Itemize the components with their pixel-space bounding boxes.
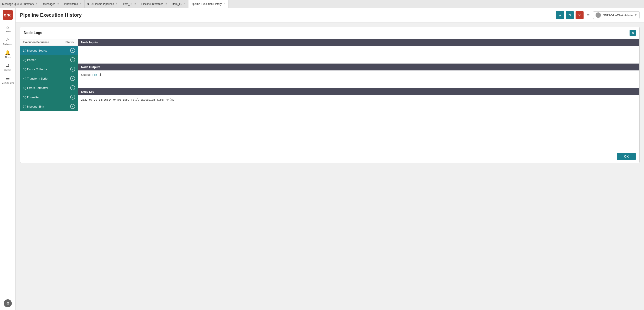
log-section: Node Log 2022-07-29T14:26:14-04:00 INFO …: [78, 88, 639, 150]
tab-tab1[interactable]: Message Queue Summary×: [0, 0, 41, 8]
ok-button[interactable]: OK: [617, 153, 636, 160]
sequence-headers: Execution Sequence Status: [20, 39, 78, 46]
sequence-row-7[interactable]: 7.) Inbound Sink ✓: [20, 102, 78, 111]
panel-footer: OK: [20, 150, 639, 163]
tab-label: Message Queue Summary: [2, 2, 34, 6]
dropdown-arrow-icon: ▼: [634, 14, 637, 17]
tab-close-tab4[interactable]: ×: [115, 2, 118, 6]
menu-button[interactable]: ≡: [585, 12, 592, 19]
download-icon[interactable]: ⬇: [99, 73, 102, 77]
seq-check-7: ✓: [70, 104, 75, 109]
user-name: ONEIValueChainAdmin: [603, 14, 633, 17]
seq-check-1: ✓: [70, 48, 75, 53]
output-file-link[interactable]: File: [92, 73, 97, 76]
node-logs-body: Execution Sequence Status 1.) Inbound So…: [20, 39, 639, 150]
tab-tab7[interactable]: Item_IB×: [170, 0, 188, 8]
main-content: Pipeline Execution History ★ ↻ ✕ ≡ ONEIV…: [16, 8, 644, 310]
refresh-button[interactable]: ↻: [566, 11, 574, 19]
output-row: Output: File ⬇: [81, 73, 636, 77]
seq-label-5: 5.) Errors Formatter: [23, 86, 70, 90]
node-inputs-body: [78, 46, 639, 64]
tab-close-tab2[interactable]: ×: [56, 2, 60, 6]
col-status: Status: [64, 41, 75, 44]
bell-icon: 🔔: [5, 50, 10, 55]
user-avatar: [596, 12, 601, 18]
tab-close-tab3[interactable]: ×: [79, 2, 82, 6]
tab-tab2[interactable]: Messages×: [41, 0, 62, 8]
page-header: Pipeline Execution History ★ ↻ ✕ ≡ ONEIV…: [16, 8, 644, 22]
tab-tab5[interactable]: Item_IB×: [121, 0, 139, 8]
node-log-header: Node Log: [78, 88, 639, 95]
sequence-panel: Execution Sequence Status 1.) Inbound So…: [20, 39, 78, 150]
app-layout: one ⌂ Home ⚠ Problems 🔔 Alerts ⇄ Switch …: [0, 8, 644, 310]
switch-icon: ⇄: [6, 63, 10, 68]
tab-close-tab6[interactable]: ×: [165, 2, 168, 6]
node-inputs-header: Node Inputs: [78, 39, 639, 46]
tab-label: Item_IB: [172, 2, 182, 6]
header-actions: ★ ↻ ✕ ≡ ONEIValueChainAdmin ▼: [556, 11, 640, 19]
tab-tab3[interactable]: inbox/items×: [62, 0, 85, 8]
sidebar-item-home[interactable]: ⌂ Home: [0, 23, 15, 34]
tab-label: Pipeline Interfaces: [141, 2, 163, 6]
col-execution-sequence: Execution Sequence: [23, 41, 64, 44]
seq-label-1: 1.) Inbound Source: [23, 49, 70, 52]
sequence-row-4[interactable]: 4.) Transform Script ✓: [20, 74, 78, 83]
seq-label-4: 4.) Transform Script: [23, 77, 70, 80]
seq-check-3: ✓: [70, 67, 75, 72]
close-page-button[interactable]: ✕: [576, 11, 584, 19]
seq-label-7: 7.) Inbound Sink: [23, 105, 70, 108]
sequence-row-2[interactable]: 2.) Parser ✓: [20, 55, 78, 64]
tab-tab8[interactable]: Pipeline Execution History×: [188, 0, 228, 8]
node-logs-panel: Node Logs ✕ Execution Sequence Status 1.…: [20, 27, 640, 163]
sidebar-label-alerts: Alerts: [5, 56, 11, 58]
sidebar: one ⌂ Home ⚠ Problems 🔔 Alerts ⇄ Switch …: [0, 8, 16, 310]
tab-label: Item_IB: [123, 2, 132, 6]
seq-check-2: ✓: [70, 57, 75, 62]
sidebar-label-home: Home: [5, 30, 11, 33]
node-outputs-header: Node Outputs: [78, 64, 639, 70]
sequence-row-6[interactable]: 6.) Formatter ✓: [20, 92, 78, 102]
seq-check-4: ✓: [70, 76, 75, 81]
page-title: Pipeline Execution History: [20, 12, 553, 18]
seq-label-3: 3.) Errors Collector: [23, 68, 70, 71]
sidebar-item-alerts[interactable]: 🔔 Alerts: [0, 48, 15, 60]
star-button[interactable]: ★: [556, 11, 564, 19]
log-text: 2022-07-29T14:26:14-04:00 INFO Total Exe…: [81, 98, 176, 101]
menu-icon: ☰: [6, 76, 10, 81]
sidebar-label-switch: Switch: [4, 69, 11, 71]
sidebar-item-switch[interactable]: ⇄ Switch: [0, 61, 15, 73]
tab-tab4[interactable]: NEO Plasma Pipelines×: [85, 0, 121, 8]
app-logo[interactable]: one: [3, 10, 13, 20]
output-label: Output:: [81, 73, 91, 76]
sidebar-label-menus: Menus/Favs: [2, 82, 14, 84]
node-outputs-body: Output: File ⬇: [78, 70, 639, 88]
tab-label: Pipeline Execution History: [191, 2, 222, 6]
sequence-row-5[interactable]: 5.) Errors Formatter ✓: [20, 83, 78, 92]
seq-label-2: 2.) Parser: [23, 58, 70, 62]
warning-icon: ⚠: [6, 37, 10, 42]
tab-close-tab5[interactable]: ×: [134, 2, 137, 6]
sidebar-item-problems[interactable]: ⚠ Problems: [0, 35, 15, 47]
tab-label: inbox/items: [64, 2, 78, 6]
tab-tab6[interactable]: Pipeline Interfaces×: [139, 0, 170, 8]
sidebar-item-menus[interactable]: ☰ Menus/Favs: [0, 74, 15, 86]
tab-close-tab8[interactable]: ×: [223, 2, 226, 6]
tab-label: NEO Plasma Pipelines: [87, 2, 114, 6]
close-node-logs-button[interactable]: ✕: [630, 30, 636, 36]
seq-label-6: 6.) Formatter: [23, 96, 70, 99]
sequence-row-1[interactable]: 1.) Inbound Source ✓: [20, 46, 78, 55]
sequence-row-3[interactable]: 3.) Errors Collector ✓: [20, 64, 78, 74]
seq-check-5: ✓: [70, 85, 75, 90]
seq-check-6: ✓: [70, 95, 75, 100]
sidebar-label-problems: Problems: [3, 43, 12, 46]
node-logs-title: Node Logs: [24, 31, 42, 35]
tab-close-tab7[interactable]: ×: [183, 2, 186, 6]
sidebar-user-avatar[interactable]: ⚙: [4, 299, 12, 307]
tab-bar: Message Queue Summary×Messages×inbox/ite…: [0, 0, 644, 8]
user-selector[interactable]: ONEIValueChainAdmin ▼: [593, 11, 640, 19]
page-body: Node Logs ✕ Execution Sequence Status 1.…: [16, 22, 644, 310]
node-logs-header: Node Logs ✕: [20, 27, 639, 39]
tab-close-tab1[interactable]: ×: [35, 2, 38, 6]
home-icon: ⌂: [6, 24, 9, 30]
detail-panel: Node Inputs Node Outputs Output: File ⬇: [78, 39, 639, 150]
